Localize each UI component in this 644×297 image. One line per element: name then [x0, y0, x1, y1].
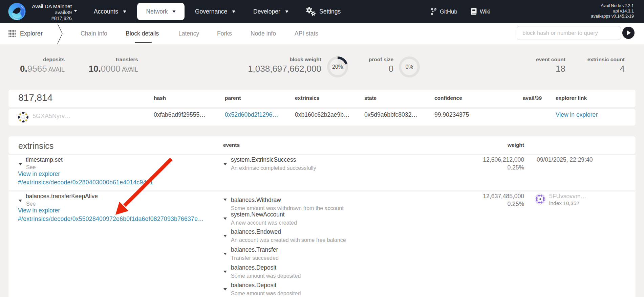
- tab-label: Chain info: [81, 30, 107, 37]
- event-item: system.ExtrinsicSuccess An extrinsic com…: [231, 156, 316, 172]
- proof-size-percent: 0%: [401, 59, 417, 75]
- event-item: balances.Deposit Some amount was deposit…: [231, 281, 301, 297]
- extrinsic-signer: 5FUvsovvm… index 10,352: [535, 192, 586, 207]
- extrinsic-weight: 12,606,212,000 0.25%: [483, 156, 524, 171]
- extrinsic-decode-link[interactable]: #/extrinsics/decode/0x280403000b61e4014c…: [18, 179, 153, 186]
- event-description: Some amount was deposited: [231, 290, 301, 297]
- proof-size-donut: 0%: [399, 56, 420, 77]
- event-description: An extrinsic completed successfully: [231, 165, 316, 172]
- nav-developer[interactable]: Developer: [253, 0, 288, 23]
- event-title: balances.Withdraw: [231, 196, 344, 204]
- active-tab-underline: [135, 42, 152, 43]
- signer-address: 5FUvsovvm…: [549, 192, 586, 200]
- value-integer: 0.: [20, 64, 27, 74]
- nav-governance[interactable]: Governance: [195, 0, 235, 23]
- expand-toggle-icon[interactable]: [223, 288, 227, 291]
- decode-link[interactable]: #/extrinsics/decode/0x55028400972e6b0f1d…: [18, 215, 204, 222]
- chevron-down-icon: [123, 10, 126, 13]
- chain-selector[interactable]: Avail DA Mainnet avail/39 #817,826: [20, 3, 72, 21]
- github-label: GitHub: [440, 8, 457, 15]
- value-unit: AVAIL: [47, 66, 65, 73]
- nav-developer-label: Developer: [253, 8, 280, 15]
- nav-accounts[interactable]: Accounts: [94, 0, 126, 23]
- nav-network[interactable]: Network: [137, 3, 185, 20]
- event-title: balances.Deposit: [231, 264, 301, 271]
- event-item: balances.Endowed An account was created …: [231, 228, 346, 244]
- signer-identicon: [535, 193, 546, 205]
- extrinsic-decode-link[interactable]: #/extrinsics/decode/0x55028400972e6b0f1d…: [18, 215, 204, 223]
- extrinsic-row: timestamp.set See View in explorer #/ext…: [8, 155, 636, 190]
- expand-toggle-icon[interactable]: [223, 199, 227, 201]
- extrinsic-view-link[interactable]: View in explorer: [18, 207, 60, 214]
- expand-toggle-icon[interactable]: [223, 271, 227, 273]
- stat-value: 0: [369, 64, 393, 74]
- stat-label: proof size: [369, 56, 393, 63]
- extrinsic-timestamp: 09/01/2025, 22:29:40: [537, 156, 593, 163]
- value-integer: 10.: [89, 64, 101, 74]
- expand-toggle-icon[interactable]: [223, 253, 227, 255]
- book-icon: [471, 8, 477, 15]
- stat-block-weight: block weight 1,038,697,662,000: [248, 56, 321, 74]
- block-parent-link[interactable]: 0x52d60bd2f1296…: [225, 111, 278, 118]
- event-title: balances.Endowed: [231, 228, 346, 235]
- explorer-app-label[interactable]: Explorer: [8, 23, 43, 44]
- nav-settings-label: Settings: [319, 8, 341, 15]
- extrinsic-view-link[interactable]: View in explorer: [18, 170, 60, 178]
- decode-link[interactable]: #/extrinsics/decode/0x280403000b61e4014c…: [18, 179, 153, 186]
- view-in-explorer-link[interactable]: View in explorer: [18, 207, 60, 214]
- chain-runtime: avail/39: [20, 10, 72, 15]
- tab-api-stats[interactable]: API stats: [295, 23, 318, 44]
- event-title: balances.Deposit: [231, 281, 301, 289]
- weight-value: 12,606,212,000: [483, 156, 524, 163]
- tab-latency[interactable]: Latency: [178, 23, 199, 44]
- col-extrinsics: extrinsics: [295, 95, 319, 101]
- wiki-link[interactable]: Wiki: [471, 0, 490, 23]
- expand-toggle-icon[interactable]: [223, 218, 227, 220]
- col-avail: avail/39: [523, 95, 542, 101]
- view-in-explorer-link[interactable]: View in explorer: [556, 111, 598, 118]
- tab-block-details[interactable]: Block details: [126, 23, 159, 44]
- tab-forks[interactable]: Forks: [217, 23, 232, 44]
- extrinsics-title: extrinsics: [18, 141, 53, 151]
- event-item: balances.Withdraw Some amount was withdr…: [231, 196, 344, 212]
- nav-network-label: Network: [146, 8, 168, 15]
- block-hash: 0xfab6ad9f29555…: [154, 111, 206, 118]
- expand-toggle-icon[interactable]: [223, 235, 227, 237]
- stat-event-count: event count 18: [536, 56, 565, 74]
- chevron-down-icon: [285, 10, 288, 13]
- stat-value: 10.0000 AVAIL: [89, 64, 138, 75]
- stat-label: deposits: [20, 56, 65, 63]
- col-parent: parent: [225, 95, 241, 101]
- block-explorer-link[interactable]: View in explorer: [556, 111, 598, 118]
- view-in-explorer-link[interactable]: View in explorer: [18, 170, 60, 177]
- apps-grid-icon: [8, 30, 16, 38]
- stat-value: 4: [587, 64, 625, 74]
- tab-chain-info[interactable]: Chain info: [81, 23, 107, 44]
- nav-governance-label: Governance: [195, 8, 227, 15]
- parent-hash-link[interactable]: 0x52d60bd2f1296…: [225, 111, 278, 118]
- block-header-row: 817,814 hash parent extrinsics state con…: [8, 90, 636, 107]
- tab-node-info[interactable]: Node info: [251, 23, 276, 44]
- nav-settings[interactable]: Settings: [306, 0, 341, 23]
- gears-icon: [306, 7, 316, 16]
- event-title: system.NewAccount: [231, 211, 297, 218]
- search-submit-button[interactable]: [622, 27, 635, 39]
- event-description: An account was created with some free ba…: [231, 237, 346, 244]
- extrinsics-header-row: extrinsics events weight: [8, 136, 636, 154]
- tab-label: Node info: [251, 30, 276, 37]
- api-version: api v14.3.1: [591, 9, 634, 14]
- extrinsic-see: See: [26, 201, 36, 207]
- expand-toggle-icon[interactable]: [19, 163, 22, 165]
- expand-toggle-icon[interactable]: [19, 200, 22, 202]
- event-description: Transfer succeeded: [231, 255, 279, 261]
- search-input[interactable]: [517, 26, 621, 40]
- stat-label: block weight: [248, 56, 321, 63]
- explorer-label: Explorer: [20, 30, 43, 37]
- wiki-label: Wiki: [480, 8, 490, 15]
- weight-percent: 0.25%: [483, 164, 524, 171]
- value-unit: AVAIL: [121, 66, 138, 73]
- github-link[interactable]: GitHub: [431, 0, 457, 23]
- stat-value: 18: [536, 64, 565, 74]
- expand-toggle-icon[interactable]: [223, 163, 227, 165]
- event-item: system.NewAccount A new account was crea…: [231, 211, 297, 226]
